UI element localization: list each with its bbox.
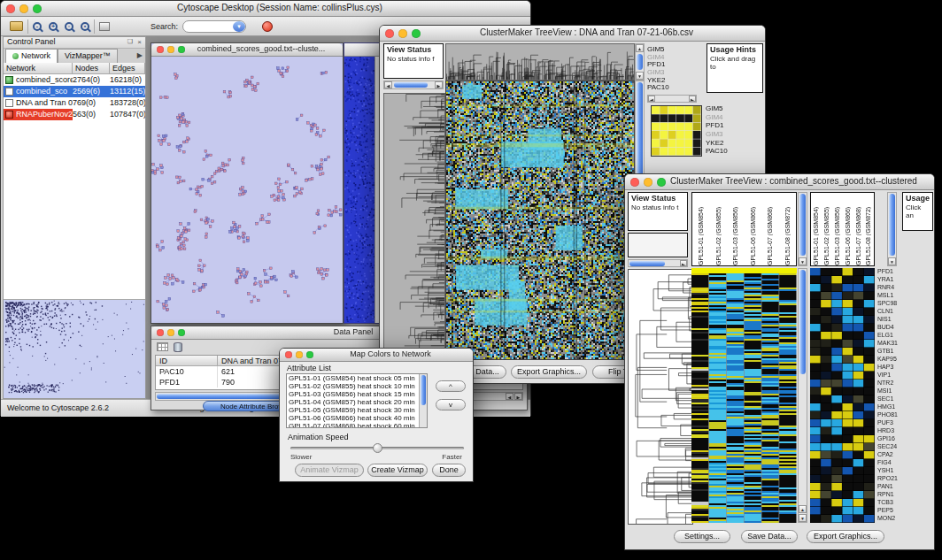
attribute-list-item[interactable]: GPL51-05 (GSM859) heat shock 30 min xyxy=(287,406,427,414)
scrollbar-thumb[interactable] xyxy=(889,194,895,256)
nav-scrollbar[interactable]: ◀ ▶ xyxy=(383,81,444,89)
gene-label[interactable]: FIG4 xyxy=(877,459,901,467)
scroll-left-icon[interactable]: ◀ xyxy=(648,96,655,102)
gene-label[interactable]: PFD1 xyxy=(706,121,736,130)
gene-label[interactable]: NTR2 xyxy=(877,380,901,387)
column-header[interactable]: GPL51-02 (GSM855) xyxy=(822,193,832,265)
heatmap-scrollbar[interactable]: ▲ ▼ xyxy=(798,268,807,523)
network-graph-canvas[interactable] xyxy=(151,57,343,323)
column-header[interactable]: GPL51-08 (GSM872) xyxy=(779,193,797,265)
minimize-button[interactable] xyxy=(19,4,28,13)
gene-label[interactable]: CPA2 xyxy=(877,451,901,459)
gene-label[interactable]: KAP95 xyxy=(877,356,901,364)
gene-label[interactable]: MON2 xyxy=(877,515,901,523)
column-header[interactable]: GPL51-03 (GSM856) xyxy=(832,193,843,265)
column-header[interactable]: GPL51-08 (GSM872) xyxy=(863,193,874,265)
snapshot-icon[interactable] xyxy=(99,22,110,31)
move-down-button[interactable]: v xyxy=(436,399,466,410)
map-colors-titlebar[interactable]: Map Colors to Network xyxy=(280,349,473,362)
gene-label[interactable]: RNR4 xyxy=(877,284,901,292)
animate-vizmap-button[interactable]: Animate Vizmap xyxy=(295,464,364,477)
close-panel-icon[interactable]: × xyxy=(137,38,142,46)
database-icon[interactable] xyxy=(174,342,182,352)
zoom-selected-icon[interactable]: ▪ xyxy=(81,22,89,31)
network-graph-canvas-2[interactable] xyxy=(344,57,374,322)
column-dendrogram-canvas[interactable] xyxy=(445,43,635,81)
row-dendrogram-canvas[interactable] xyxy=(383,93,445,360)
column-header[interactable]: GPL51-02 (GSM855) xyxy=(710,193,728,265)
gene-label[interactable]: TCB3 xyxy=(877,499,901,507)
network-overview-panel[interactable] xyxy=(4,299,145,398)
col-network[interactable]: Network xyxy=(4,63,73,74)
close-button[interactable] xyxy=(285,351,292,358)
gene-label[interactable]: MSI1 xyxy=(877,387,901,395)
scroll-up-icon[interactable]: ▲ xyxy=(799,505,807,513)
attribute-list-item[interactable]: GPL51-03 (GSM856) heat shock 15 min xyxy=(287,390,427,398)
scroll-down-icon[interactable]: ▼ xyxy=(636,72,644,80)
attribute-list-item[interactable]: GPL51-01 (GSM854) heat shock 05 min xyxy=(287,374,427,382)
zoom-out-icon[interactable]: - xyxy=(33,22,42,31)
slider-thumb[interactable] xyxy=(373,443,382,453)
network-view-2-titlebar[interactable] xyxy=(344,43,382,57)
gene-label[interactable]: PAC10 xyxy=(706,147,736,156)
gene-label[interactable]: BUD4 xyxy=(877,324,901,332)
gene-label[interactable]: PHO81 xyxy=(877,411,901,419)
table-icon[interactable] xyxy=(157,342,168,351)
search-input[interactable]: ▼ xyxy=(182,20,246,33)
network-overview-canvas[interactable] xyxy=(4,300,145,398)
attribute-list-item[interactable]: GPL51-07 (GSM868) heat shock 60 min xyxy=(287,422,427,428)
table-row[interactable]: RNAPuberNov2+ 563(0) 107847(0) xyxy=(4,109,145,120)
gene-label[interactable]: GIM3 xyxy=(647,68,677,76)
zoom-button[interactable] xyxy=(178,46,185,53)
cytoscape-titlebar[interactable]: Cytoscape Desktop (Session Name: collins… xyxy=(1,1,530,17)
gene-label[interactable]: RPO21 xyxy=(877,475,901,483)
zoom-button[interactable] xyxy=(178,329,185,336)
col-edges[interactable]: Edges xyxy=(110,63,145,74)
global-heatmap-canvas[interactable] xyxy=(691,273,797,523)
close-button[interactable] xyxy=(630,178,639,187)
zoom-header-scrollbar[interactable]: ▼ xyxy=(887,192,897,266)
settings-button[interactable]: Settings... xyxy=(674,530,730,543)
table-row-selected[interactable]: combined_sco 2569(6) 13112(15) xyxy=(4,86,145,97)
scroll-right-icon[interactable]: ▶ xyxy=(514,393,522,400)
move-up-button[interactable]: ^ xyxy=(436,380,466,392)
animation-speed-slider[interactable] xyxy=(290,447,464,449)
column-header[interactable]: GPL51-01 (GSM854) xyxy=(811,193,822,265)
create-vizmap-button[interactable]: Create Vizmap xyxy=(367,464,428,477)
gene-label[interactable]: VIP1 xyxy=(877,372,901,380)
scrollbar-thumb[interactable] xyxy=(421,375,426,405)
gene-label[interactable]: GTB1 xyxy=(877,348,901,356)
scrollbar-thumb[interactable] xyxy=(394,82,428,88)
gene-label[interactable]: HAP3 xyxy=(877,364,901,372)
export-graphics-button[interactable]: Export Graphics... xyxy=(807,530,884,543)
gene-label[interactable]: GPI16 xyxy=(877,435,901,443)
global-heatmap-canvas[interactable] xyxy=(445,81,635,360)
gene-label[interactable]: YRA1 xyxy=(877,276,901,284)
minimize-button[interactable] xyxy=(167,329,174,336)
tab-vizmapper[interactable]: VizMapper™ xyxy=(58,49,118,63)
gene-label[interactable]: PFD1 xyxy=(877,268,901,276)
list-scrollbar[interactable] xyxy=(419,374,427,427)
gene-label[interactable]: GIM5 xyxy=(706,104,736,113)
dendrogram-scrollbar[interactable]: ▲ ▼ xyxy=(635,43,645,81)
gene-label[interactable]: YKE2 xyxy=(706,139,736,148)
attribute-list-item[interactable]: GPL51-04 (GSM857) heat shock 20 min xyxy=(287,398,427,406)
minimize-button[interactable] xyxy=(644,178,652,187)
gene-label[interactable]: PFD1 xyxy=(647,60,677,68)
tab-network[interactable]: Network xyxy=(5,49,58,63)
close-button[interactable] xyxy=(385,29,394,38)
col-id[interactable]: ID xyxy=(156,356,218,366)
minimize-button[interactable] xyxy=(398,29,407,38)
gene-label[interactable]: GIM3 xyxy=(706,130,736,139)
export-graphics-button[interactable]: Export Graphics... xyxy=(511,365,587,379)
save-data-button[interactable]: Save Data... xyxy=(741,530,798,543)
gene-label[interactable]: GIM5 xyxy=(647,45,677,53)
table-row[interactable]: combined_scores 2764(0) 16218(0) xyxy=(4,74,145,86)
scroll-left-icon[interactable]: ◀ xyxy=(384,81,392,88)
scrollbar-thumb[interactable] xyxy=(629,261,665,266)
nav-thumbnail-box[interactable] xyxy=(628,233,688,257)
tab-overflow-icon[interactable]: ▶ xyxy=(137,49,145,63)
gene-label[interactable]: GIM4 xyxy=(706,113,736,122)
row-dendrogram-canvas[interactable] xyxy=(628,269,693,525)
gene-label[interactable]: CLN1 xyxy=(877,308,901,316)
